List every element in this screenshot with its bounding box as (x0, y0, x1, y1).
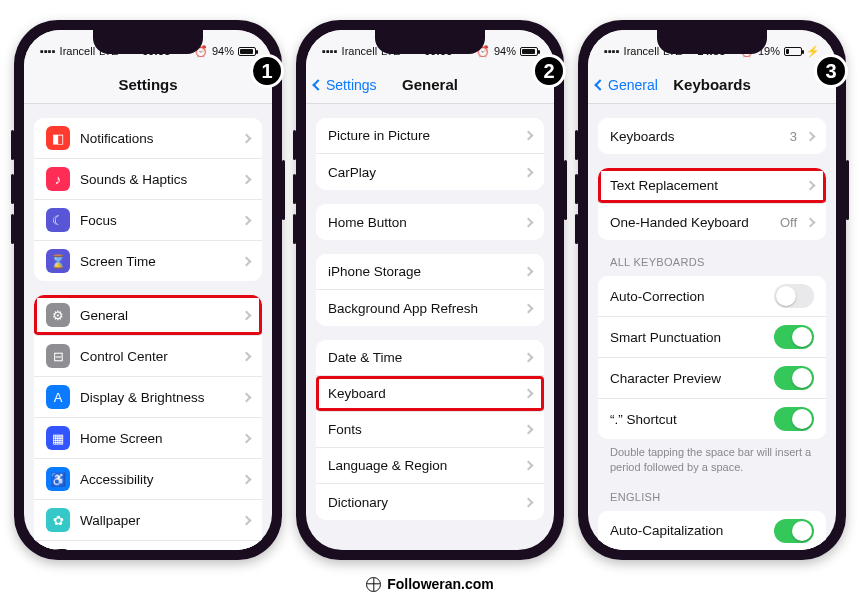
content-scroll[interactable]: ◧Notifications♪Sounds & Haptics☾Focus⌛Sc… (24, 104, 272, 550)
row-label: Sounds & Haptics (80, 172, 233, 187)
chevron-right-icon (524, 167, 534, 177)
chevron-right-icon (524, 217, 534, 227)
credit-text: Followeran.com (387, 576, 494, 592)
settings-row[interactable]: ⌛Screen Time (34, 241, 262, 281)
back-label: General (608, 77, 658, 93)
phone-screen: ▪▪▪▪IrancellLTE09:38⏰94%SettingsGeneralP… (306, 30, 554, 550)
settings-group: Auto-CorrectionSmart PunctuationCharacte… (598, 276, 826, 439)
toggle-switch[interactable] (774, 325, 814, 349)
chevron-left-icon (312, 79, 323, 90)
phone-mockup: 1▪▪▪▪IrancellLTE09:38⏰94%Settings◧Notifi… (14, 20, 282, 560)
chevron-right-icon (242, 351, 252, 361)
settings-group: Picture in PictureCarPlay (316, 118, 544, 190)
row-label: Language & Region (328, 458, 515, 473)
row-icon: ☾ (46, 208, 70, 232)
settings-row[interactable]: Auto-Capitalization (598, 511, 826, 550)
settings-row[interactable]: Background App Refresh (316, 290, 544, 326)
content-scroll[interactable]: Keyboards3Text ReplacementOne-Handed Key… (588, 104, 836, 550)
chevron-right-icon (524, 267, 534, 277)
settings-row[interactable]: “.” Shortcut (598, 399, 826, 439)
content-scroll[interactable]: Picture in PictureCarPlayHome ButtoniPho… (306, 104, 554, 550)
notch (93, 30, 203, 54)
settings-row[interactable]: Keyboards3 (598, 118, 826, 154)
row-icon: ⚙ (46, 303, 70, 327)
settings-row[interactable]: One-Handed KeyboardOff (598, 204, 826, 240)
row-label: Date & Time (328, 350, 515, 365)
charging-icon: ⚡ (806, 45, 820, 58)
settings-row[interactable]: Date & Time (316, 340, 544, 376)
chevron-right-icon (806, 181, 816, 191)
settings-row[interactable]: Fonts (316, 412, 544, 448)
settings-row[interactable]: Home Button (316, 204, 544, 240)
row-label: Background App Refresh (328, 301, 515, 316)
phone-mockup: 3▪▪▪▪IrancellLTE14:58⏰19%⚡GeneralKeyboar… (578, 20, 846, 560)
row-label: Smart Punctuation (610, 330, 764, 345)
settings-row[interactable]: Auto-Correction (598, 276, 826, 317)
chevron-right-icon (524, 497, 534, 507)
nav-bar: Settings (24, 66, 272, 104)
settings-row[interactable]: ADisplay & Brightness (34, 377, 262, 418)
settings-row[interactable]: ▦Home Screen (34, 418, 262, 459)
settings-row[interactable]: Text Replacement (598, 168, 826, 204)
settings-row[interactable]: Dictionary (316, 484, 544, 520)
step-badge: 2 (532, 54, 566, 88)
settings-row[interactable]: ⚙General (34, 295, 262, 336)
settings-row[interactable]: ◑Siri & Search (34, 541, 262, 550)
settings-group: ⚙General⊟Control CenterADisplay & Bright… (34, 295, 262, 550)
row-label: Accessibility (80, 472, 233, 487)
settings-row[interactable]: ◧Notifications (34, 118, 262, 159)
back-button[interactable]: Settings (314, 66, 377, 103)
settings-row[interactable]: ☾Focus (34, 200, 262, 241)
notch (375, 30, 485, 54)
page-title: Settings (118, 76, 177, 93)
row-label: Keyboard (328, 386, 515, 401)
nav-bar: GeneralKeyboards (588, 66, 836, 104)
row-label: Character Preview (610, 371, 764, 386)
notch (657, 30, 767, 54)
section-footer: Double tapping the space bar will insert… (610, 445, 814, 475)
page-title: Keyboards (673, 76, 751, 93)
chevron-right-icon (242, 433, 252, 443)
nav-bar: SettingsGeneral (306, 66, 554, 104)
row-icon: A (46, 385, 70, 409)
battery-icon (520, 47, 538, 56)
row-label: Display & Brightness (80, 390, 233, 405)
settings-row[interactable]: ✿Wallpaper (34, 500, 262, 541)
chevron-right-icon (242, 174, 252, 184)
carrier-text: Irancell (624, 45, 659, 57)
chevron-right-icon (806, 131, 816, 141)
settings-row[interactable]: Language & Region (316, 448, 544, 484)
phone-screen: ▪▪▪▪IrancellLTE14:58⏰19%⚡GeneralKeyboard… (588, 30, 836, 550)
toggle-switch[interactable] (774, 407, 814, 431)
settings-row[interactable]: iPhone Storage (316, 254, 544, 290)
settings-row[interactable]: ⊟Control Center (34, 336, 262, 377)
site-credit: Followeran.com (0, 576, 860, 592)
chevron-right-icon (242, 256, 252, 266)
step-badge: 1 (250, 54, 284, 88)
back-button[interactable]: General (596, 66, 658, 103)
settings-row[interactable]: ♪Sounds & Haptics (34, 159, 262, 200)
row-label: Text Replacement (610, 178, 797, 193)
settings-row[interactable]: Picture in Picture (316, 118, 544, 154)
back-label: Settings (326, 77, 377, 93)
chevron-right-icon (524, 303, 534, 313)
settings-row[interactable]: ♿Accessibility (34, 459, 262, 500)
battery-text: 94% (212, 45, 234, 57)
settings-row[interactable]: Keyboard (316, 376, 544, 412)
settings-row[interactable]: Smart Punctuation (598, 317, 826, 358)
row-label: Keyboards (610, 129, 780, 144)
toggle-switch[interactable] (774, 366, 814, 390)
chevron-right-icon (242, 215, 252, 225)
carrier-text: Irancell (342, 45, 377, 57)
battery-icon (784, 47, 802, 56)
settings-group: Auto-Capitalization (598, 511, 826, 550)
toggle-switch[interactable] (774, 284, 814, 308)
toggle-switch[interactable] (774, 519, 814, 543)
row-icon: ▦ (46, 426, 70, 450)
row-icon: ◧ (46, 126, 70, 150)
settings-row[interactable]: CarPlay (316, 154, 544, 190)
row-label: “.” Shortcut (610, 412, 764, 427)
row-label: Screen Time (80, 254, 233, 269)
row-icon: ♿ (46, 467, 70, 491)
settings-row[interactable]: Character Preview (598, 358, 826, 399)
